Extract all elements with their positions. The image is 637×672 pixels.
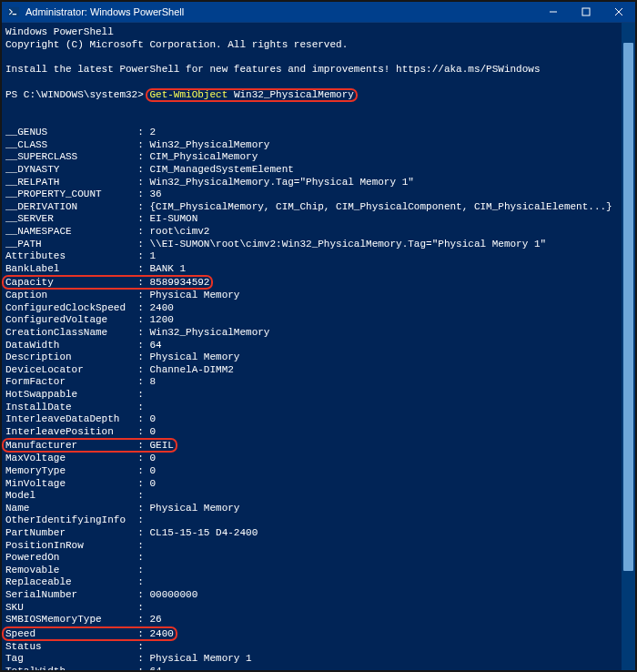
property-row: MinVoltage : 0	[5, 478, 632, 491]
property-row: DeviceLocator : ChannelA-DIMM2	[5, 364, 632, 377]
property-row: Tag : Physical Memory 1	[5, 653, 632, 666]
property-row: TotalWidth : 64	[5, 666, 632, 670]
svg-rect-0	[8, 7, 19, 17]
cmdlet: Get-WmiObject	[149, 89, 228, 100]
property-row: OtherIdentifyingInfo :	[5, 514, 632, 527]
property-row: Speed : 2400	[5, 626, 632, 641]
property-row: PoweredOn :	[5, 552, 632, 565]
property-row: InterleavePosition : 0	[5, 426, 632, 439]
property-row: __PROPERTY_COUNT : 36	[5, 188, 632, 201]
window-title: Administrator: Windows PowerShell	[25, 6, 184, 17]
property-row: __NAMESPACE : root\cimv2	[5, 226, 632, 239]
property-row: ConfiguredVoltage : 1200	[5, 314, 632, 327]
property-row: Removable :	[5, 565, 632, 577]
property-row: SMBIOSMemoryType : 26	[5, 614, 632, 626]
property-row: __PATH : \\EI-SUMON\root\cimv2:Win32_Phy…	[5, 239, 632, 251]
property-row: Model :	[5, 490, 632, 503]
cmd-arg: Win32_PhysicalMemory	[234, 89, 354, 100]
prompt-line: PS C:\WINDOWS\system32> Get-WmiObject Wi…	[5, 88, 632, 102]
property-row: Manufacturer : GEIL	[5, 438, 632, 453]
svg-rect-2	[582, 8, 590, 15]
property-row: ConfiguredClockSpeed : 2400	[5, 302, 632, 315]
property-row: MaxVoltage : 0	[5, 453, 632, 465]
property-row: Description : Physical Memory	[5, 351, 632, 364]
minimize-button[interactable]	[537, 2, 570, 22]
property-row: Status :	[5, 641, 632, 654]
property-row: MemoryType : 0	[5, 465, 632, 478]
property-row: __CLASS : Win32_PhysicalMemory	[5, 139, 632, 152]
property-row: __DERIVATION : {CIM_PhysicalMemory, CIM_…	[5, 201, 632, 214]
property-row: CreationClassName : Win32_PhysicalMemory	[5, 327, 632, 340]
property-row: Attributes : 1	[5, 250, 632, 263]
property-row: BankLabel : BANK 1	[5, 263, 632, 276]
header-line: Windows PowerShell	[5, 26, 632, 39]
property-row: InterleaveDataDepth : 0	[5, 413, 632, 426]
property-row: __GENUS : 2	[5, 127, 632, 139]
property-row: HotSwappable :	[5, 389, 632, 402]
powershell-window: Administrator: Windows PowerShell Window…	[2, 2, 635, 670]
terminal-output[interactable]: Windows PowerShellCopyright (C) Microsof…	[2, 22, 635, 670]
property-row: PartNumber : CL15-15-15 D4-2400	[5, 527, 632, 540]
property-row: __SERVER : EI-SUMON	[5, 213, 632, 226]
property-row: InstallDate :	[5, 402, 632, 414]
property-row: Replaceable :	[5, 576, 632, 589]
property-row: __DYNASTY : CIM_ManagedSystemElement	[5, 164, 632, 177]
property-row: DataWidth : 64	[5, 340, 632, 352]
window-titlebar[interactable]: Administrator: Windows PowerShell	[2, 2, 635, 22]
maximize-button[interactable]	[570, 2, 602, 22]
property-row: Caption : Physical Memory	[5, 290, 632, 302]
powershell-icon	[7, 5, 20, 18]
property-row: PositionInRow :	[5, 540, 632, 553]
install-msg: Install the latest PowerShell for new fe…	[5, 64, 632, 76]
header-line: Copyright (C) Microsoft Corporation. All…	[5, 39, 632, 52]
property-row: FormFactor : 8	[5, 376, 632, 389]
close-button[interactable]	[602, 2, 635, 22]
scrollbar[interactable]	[622, 23, 635, 670]
property-row: Name : Physical Memory	[5, 503, 632, 515]
property-row: __RELPATH : Win32_PhysicalMemory.Tag="Ph…	[5, 177, 632, 189]
property-row: __SUPERCLASS : CIM_PhysicalMemory	[5, 151, 632, 164]
property-row: SerialNumber : 00000000	[5, 589, 632, 602]
property-row: SKU :	[5, 602, 632, 615]
property-row: Capacity : 8589934592	[5, 275, 632, 290]
